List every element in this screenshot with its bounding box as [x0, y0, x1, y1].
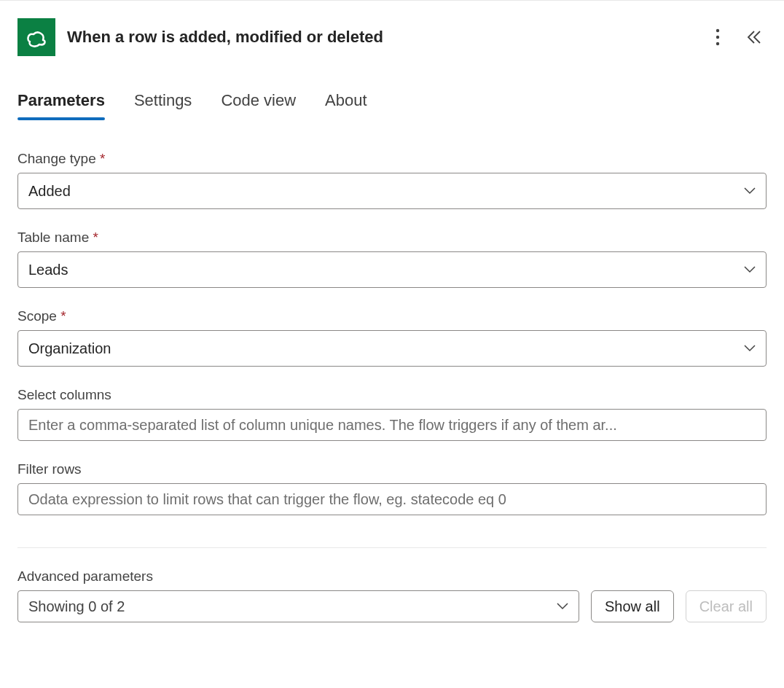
dataverse-icon [17, 18, 55, 56]
filter-rows-input[interactable] [17, 483, 767, 515]
change-type-dropdown[interactable]: Added [17, 173, 767, 209]
show-all-button[interactable]: Show all [591, 590, 674, 622]
chevron-double-left-icon [746, 29, 762, 45]
chevron-down-icon [744, 345, 756, 352]
divider [17, 547, 767, 548]
tab-settings[interactable]: Settings [134, 91, 192, 119]
clear-all-button[interactable]: Clear all [686, 590, 767, 622]
more-vertical-icon [716, 28, 720, 46]
table-name-label: Table name * [17, 230, 767, 246]
svg-point-0 [716, 29, 719, 32]
panel-header: When a row is added, modified or deleted [17, 18, 767, 56]
scope-value: Organization [28, 340, 744, 357]
svg-point-2 [716, 42, 719, 45]
tab-list: Parameters Settings Code view About [17, 91, 767, 119]
chevron-down-icon [744, 266, 756, 273]
filter-rows-label: Filter rows [17, 461, 767, 477]
panel-title: When a row is added, modified or deleted [67, 28, 699, 47]
table-name-value: Leads [28, 262, 744, 278]
chevron-down-icon [744, 187, 756, 195]
svg-point-1 [716, 36, 719, 39]
scope-label: Scope * [17, 308, 767, 324]
tab-parameters[interactable]: Parameters [17, 91, 105, 119]
more-options-button[interactable] [711, 24, 724, 50]
tab-about[interactable]: About [325, 91, 367, 119]
change-type-value: Added [28, 183, 744, 200]
advanced-parameters-label: Advanced parameters [17, 568, 767, 585]
table-name-dropdown[interactable]: Leads [17, 251, 767, 288]
select-columns-input[interactable] [17, 409, 767, 441]
change-type-label: Change type * [17, 151, 767, 167]
select-columns-label: Select columns [17, 387, 767, 403]
tab-code-view[interactable]: Code view [221, 91, 296, 119]
advanced-parameters-dropdown[interactable]: Showing 0 of 2 [17, 590, 579, 622]
advanced-parameters-value: Showing 0 of 2 [28, 598, 557, 615]
collapse-button[interactable] [742, 25, 767, 50]
scope-dropdown[interactable]: Organization [17, 330, 767, 367]
chevron-down-icon [557, 603, 568, 610]
